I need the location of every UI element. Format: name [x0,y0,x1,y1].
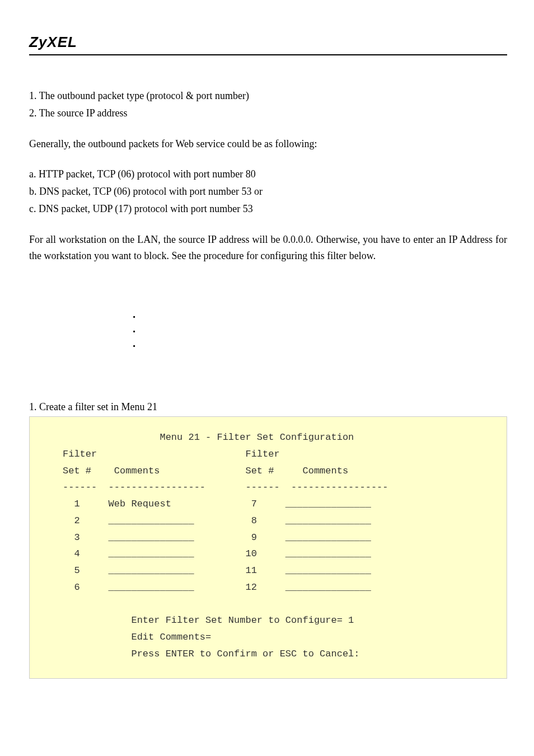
intro-paragraph: Generally, the outbound packets for Web … [29,136,507,152]
terminal-screen: Menu 21 - Filter Set Configuration Filte… [29,416,507,679]
main-paragraph: For all workstation on the LAN, the sour… [29,232,507,264]
page-header: ZyXEL [29,34,507,55]
bullet-item [133,309,507,324]
intro-item-1: 1. The outbound packet type (protocol & … [29,88,507,104]
packet-item-c: c. DNS packet, UDP (17) protocol with po… [29,201,507,217]
intro-item-2: 2. The source IP address [29,105,507,121]
bullet-item [133,324,507,339]
body-text: 1. The outbound packet type (protocol & … [29,88,507,679]
bullet-item [133,339,507,353]
packet-item-b: b. DNS packet, TCP (06) protocol with po… [29,184,507,200]
step-heading: 1. Create a filter set in Menu 21 [29,399,507,415]
terminal-content: Menu 21 - Filter Set Configuration Filte… [34,429,502,663]
packet-item-a: a. HTTP packet, TCP (06) protocol with p… [29,166,507,182]
brand-logo: ZyXEL [29,34,507,51]
bullet-list [133,309,507,353]
